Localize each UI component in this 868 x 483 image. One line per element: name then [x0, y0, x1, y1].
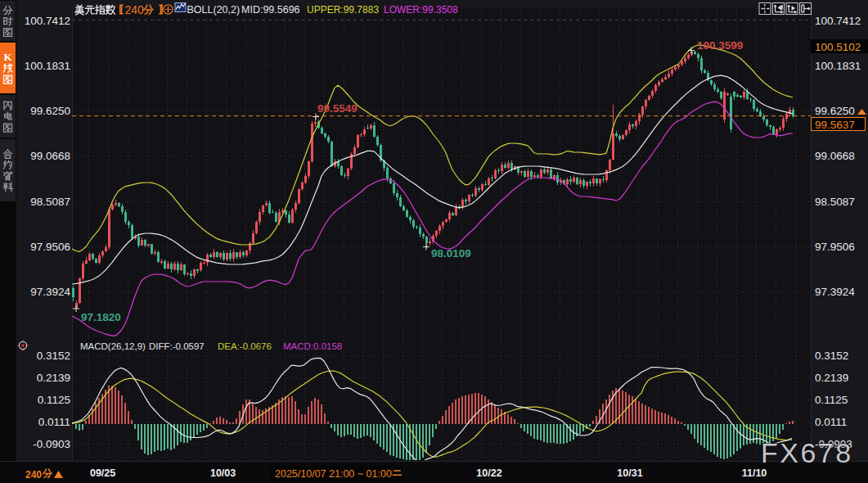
- svg-text:99.6250: 99.6250: [30, 105, 70, 117]
- svg-text:FX678: FX678: [761, 437, 853, 468]
- svg-text:100.1831: 100.1831: [815, 60, 861, 72]
- svg-text:0.3152: 0.3152: [37, 350, 70, 362]
- svg-text:0.1125: 0.1125: [38, 394, 70, 406]
- svg-text:97.1820: 97.1820: [81, 311, 121, 323]
- svg-text:UPPER:99.7883: UPPER:99.7883: [307, 4, 379, 16]
- svg-text:240: 240: [125, 3, 145, 16]
- svg-text:100.7412: 100.7412: [815, 15, 861, 27]
- svg-text:98.0109: 98.0109: [431, 247, 471, 260]
- svg-text:99.6250: 99.6250: [815, 105, 855, 117]
- svg-text:240: 240: [25, 469, 42, 481]
- svg-text:97.9506: 97.9506: [30, 241, 70, 253]
- svg-text:98.5087: 98.5087: [815, 196, 855, 208]
- svg-text:0.2139: 0.2139: [815, 372, 848, 384]
- svg-text:100.1831: 100.1831: [25, 60, 70, 72]
- svg-text:10/03: 10/03: [210, 467, 236, 479]
- svg-text:97.3924: 97.3924: [815, 286, 855, 298]
- svg-text:MACD:0.0158: MACD:0.0158: [283, 341, 342, 351]
- svg-text:11/10: 11/10: [742, 467, 767, 479]
- svg-text:BOLL(20,2): BOLL(20,2): [187, 4, 241, 16]
- svg-text:99.5637: 99.5637: [815, 119, 855, 131]
- svg-text:100.3599: 100.3599: [697, 39, 743, 52]
- svg-text:0.3152: 0.3152: [815, 350, 848, 362]
- svg-text:2025/10/07 21:00 ~ 01:00: 2025/10/07 21:00 ~ 01:00: [275, 468, 392, 480]
- svg-text:0.1125: 0.1125: [815, 394, 848, 406]
- svg-text:0.0111: 0.0111: [38, 416, 70, 428]
- svg-text:-0.0903: -0.0903: [33, 438, 70, 450]
- svg-text:100.7412: 100.7412: [25, 15, 70, 27]
- svg-text:DIFF:-0.0597: DIFF:-0.0597: [149, 341, 205, 351]
- svg-text:MID:99.5696: MID:99.5696: [241, 4, 300, 16]
- svg-text:99.0668: 99.0668: [30, 150, 70, 162]
- svg-text:09/25: 09/25: [90, 467, 115, 479]
- svg-text:97.3924: 97.3924: [30, 286, 70, 298]
- svg-text:0.0111: 0.0111: [815, 416, 847, 428]
- svg-text:99.0668: 99.0668: [815, 150, 855, 162]
- svg-text:10/22: 10/22: [476, 467, 501, 479]
- svg-text:LOWER:99.3508: LOWER:99.3508: [384, 4, 458, 16]
- svg-text:98.5087: 98.5087: [30, 196, 70, 208]
- svg-text:MACD(26,12,9): MACD(26,12,9): [80, 341, 146, 351]
- svg-text:10/31: 10/31: [617, 467, 642, 479]
- svg-text:97.9506: 97.9506: [815, 241, 855, 253]
- svg-text:100.5102: 100.5102: [815, 41, 861, 53]
- svg-text:99.5549: 99.5549: [317, 102, 358, 115]
- svg-text:0.2139: 0.2139: [37, 372, 70, 384]
- svg-text:DEA:-0.0676: DEA:-0.0676: [218, 341, 272, 351]
